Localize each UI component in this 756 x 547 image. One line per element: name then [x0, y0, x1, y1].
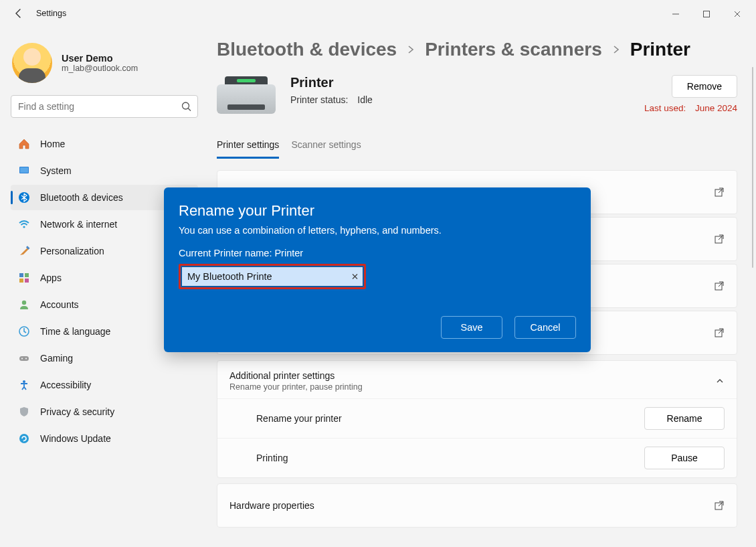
user-block[interactable]: User Demo m_lab@outlook.com [12, 43, 197, 83]
window-title: Settings [36, 9, 66, 18]
search-field [11, 95, 198, 118]
rename-input-highlight [179, 264, 366, 289]
tab-printer-settings[interactable]: Printer settings [217, 137, 279, 159]
wifi-icon [17, 218, 31, 231]
sidebar-item-system[interactable]: System [11, 158, 198, 183]
user-name: User Demo [62, 53, 138, 64]
paintbrush-icon [17, 244, 31, 258]
apps-icon [17, 271, 31, 285]
additional-settings-header[interactable]: Additional printer settings Rename your … [217, 361, 737, 398]
svg-rect-1 [704, 11, 710, 17]
printer-name: Printer [290, 75, 373, 90]
current-name-label: Current Printer name: Printer [179, 248, 576, 258]
sidebar-item-label: Personalization [40, 246, 104, 256]
sidebar-item-privacy-security[interactable]: Privacy & security [11, 399, 198, 424]
sidebar-item-label: System [40, 165, 72, 176]
remove-button[interactable]: Remove [672, 75, 737, 98]
save-button[interactable]: Save [441, 316, 502, 339]
svg-rect-12 [25, 279, 29, 283]
close-button[interactable] [723, 4, 752, 24]
update-icon [17, 432, 31, 445]
hardware-properties-card[interactable]: Hardware properties [217, 483, 737, 528]
person-icon [17, 298, 31, 311]
sidebar-item-label: Apps [40, 272, 62, 283]
external-link-icon [714, 327, 725, 338]
sidebar-item-label: Bluetooth & devices [40, 192, 123, 203]
system-icon [17, 164, 31, 177]
search-input[interactable] [11, 95, 198, 118]
breadcrumb-printers-scanners[interactable]: Printers & scanners [425, 39, 602, 60]
bluetooth-icon [17, 191, 31, 204]
printing-label: Printing [256, 453, 288, 463]
user-email: m_lab@outlook.com [62, 64, 138, 73]
pause-button[interactable]: Pause [644, 447, 725, 469]
tab-scanner-settings[interactable]: Scanner settings [291, 137, 361, 159]
clock-globe-icon [17, 325, 31, 338]
sidebar-item-label: Accessibility [40, 380, 91, 390]
shield-icon [17, 405, 31, 418]
hardware-properties-label: Hardware properties [229, 500, 314, 511]
sidebar-item-accessibility[interactable]: Accessibility [11, 372, 198, 398]
rename-button[interactable]: Rename [644, 407, 725, 430]
last-used-label: Last used: [644, 103, 686, 113]
svg-point-2 [183, 102, 189, 109]
rename-printer-dialog: Rename your Printer You can use a combin… [164, 187, 591, 352]
additional-settings-subtitle: Rename your printer, pause printing [229, 382, 363, 392]
window-controls [661, 4, 752, 24]
printing-row: Printing Pause [217, 438, 737, 477]
svg-rect-10 [25, 273, 29, 277]
sidebar-item-label: Windows Update [40, 433, 111, 444]
rename-input[interactable] [182, 267, 363, 286]
external-link-icon [714, 187, 725, 198]
svg-point-17 [25, 358, 27, 360]
last-used-value: June 2024 [695, 103, 737, 113]
printer-status-value: Idle [357, 94, 373, 105]
sidebar-item-label: Privacy & security [40, 406, 114, 417]
svg-rect-5 [20, 167, 28, 173]
clear-input-button[interactable] [351, 273, 359, 281]
additional-settings-title: Additional printer settings [229, 370, 363, 381]
external-link-icon [714, 281, 725, 291]
sidebar-item-label: Accounts [40, 299, 79, 310]
external-link-icon [714, 234, 725, 244]
breadcrumb-bluetooth-devices[interactable]: Bluetooth & devices [217, 39, 397, 60]
tabs: Printer settings Scanner settings [217, 137, 737, 159]
avatar [12, 43, 52, 83]
svg-rect-15 [19, 356, 29, 361]
minimize-icon [672, 10, 680, 18]
chevron-right-icon [611, 45, 621, 54]
chevron-up-icon [715, 376, 725, 386]
back-button[interactable] [7, 1, 31, 25]
maximize-icon [702, 10, 711, 18]
sidebar-item-label: Gaming [40, 353, 73, 364]
accessibility-icon [17, 378, 31, 392]
svg-rect-11 [19, 279, 23, 283]
svg-point-13 [22, 301, 26, 305]
breadcrumb: Bluetooth & devices Printers & scanners … [217, 39, 737, 60]
svg-line-3 [188, 108, 191, 111]
settings-window: Settings User Demo m_lab@outlook.com [0, 0, 756, 547]
chevron-right-icon [406, 45, 415, 54]
maximize-button[interactable] [692, 4, 721, 24]
additional-printer-settings: Additional printer settings Rename your … [217, 360, 737, 478]
dialog-title: Rename your Printer [179, 202, 576, 220]
sidebar-item-home[interactable]: Home [11, 131, 198, 157]
arrow-left-icon [13, 8, 24, 19]
x-icon [351, 273, 359, 281]
dialog-description: You can use a combination of letters, hy… [179, 225, 576, 236]
sidebar-item-label: Time & language [40, 326, 110, 337]
minimize-button[interactable] [661, 4, 690, 24]
svg-point-18 [23, 380, 25, 383]
svg-point-16 [21, 358, 23, 360]
printer-status-label: Printer status: [290, 94, 348, 105]
close-icon [733, 10, 741, 18]
printer-icon [217, 75, 276, 118]
breadcrumb-printer: Printer [630, 39, 690, 60]
svg-rect-9 [19, 273, 23, 277]
rename-printer-label: Rename your printer [256, 413, 342, 424]
sidebar-item-label: Home [40, 139, 65, 149]
titlebar: Settings [0, 0, 756, 27]
cancel-button[interactable]: Cancel [514, 316, 576, 339]
scrollbar[interactable] [752, 67, 753, 268]
sidebar-item-windows-update[interactable]: Windows Update [11, 426, 198, 451]
